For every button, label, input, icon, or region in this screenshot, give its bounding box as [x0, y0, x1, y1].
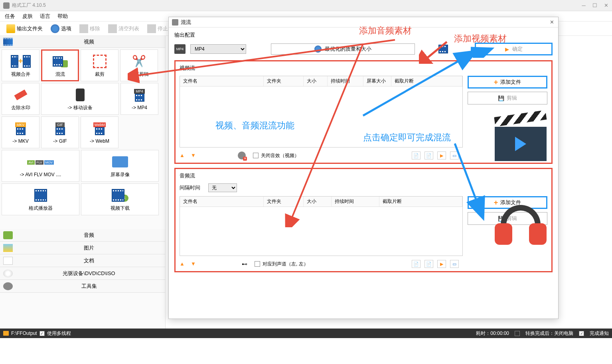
format-select[interactable]: MP4 [190, 44, 246, 54]
btn-info[interactable]: ▭ [450, 152, 459, 159]
gear-icon [51, 24, 59, 33]
item-video-merge[interactable]: + 视频合并 [2, 49, 39, 81]
output-path[interactable]: F:\FFOutput [11, 331, 37, 336]
video-file-table[interactable]: 文件名 文件夹 大小 持续时间 屏幕大小 截取片断 [180, 76, 463, 148]
folder-icon [3, 331, 9, 336]
mux-dialog: 混流 ✕ 输出配置 MP4 MP4 最优化的质量和大小 ▶ 确定 [168, 17, 559, 319]
eraser-icon [14, 89, 27, 100]
item-webm[interactable]: WebM -> WebM [81, 116, 118, 148]
audio-file-table[interactable]: 文件名 文件夹 大小 持续时间 截取片断 [180, 196, 463, 256]
disc-category-icon [3, 270, 13, 277]
category-image[interactable]: 图片 [0, 242, 165, 254]
item-download[interactable]: ↓ 视频下载 [81, 183, 159, 215]
edit-video-button[interactable]: 💾 剪辑 [468, 92, 547, 104]
item-avi-flv-mov[interactable]: AVIFLVMOV -> AVI FLV MOV .... [2, 150, 79, 182]
item-mobile[interactable]: -> 移动设备 [41, 83, 119, 115]
maximize-button[interactable]: ☐ [592, 3, 598, 8]
multithread-checkbox[interactable]: ✓ [39, 331, 45, 336]
item-gif[interactable]: GIF -> GIF [41, 116, 79, 148]
category-document[interactable]: 文档 [0, 254, 165, 267]
stop-icon [147, 24, 156, 33]
dialog-close-button[interactable]: ✕ [549, 19, 555, 25]
stop-button[interactable]: 停止 [144, 23, 171, 35]
category-tools[interactable]: 工具集 [0, 280, 165, 293]
menu-skin[interactable]: 皮肤 [22, 13, 33, 20]
film-icon [34, 189, 47, 202]
category-video[interactable]: 视频 [0, 36, 165, 48]
film-icon [135, 94, 144, 102]
quality-button[interactable]: 最优化的质量和大小 [271, 43, 415, 55]
film-icon [112, 189, 124, 202]
clear-list-button[interactable]: 清空列表 [105, 23, 142, 35]
item-player[interactable]: 格式播放器 [2, 183, 79, 215]
tools-category-icon [3, 282, 13, 290]
mkv-badge-icon: MKV [15, 122, 26, 127]
move-down-button[interactable]: ▼ [191, 261, 197, 267]
film-icon [55, 127, 65, 135]
item-mux[interactable]: 混流 [41, 49, 79, 81]
options-button[interactable]: 选项 [47, 23, 75, 35]
category-audio[interactable]: 音频 [0, 229, 165, 242]
move-up-button[interactable]: ▲ [180, 152, 186, 159]
dialog-titlebar: 混流 ✕ [169, 17, 558, 28]
item-crop[interactable]: 裁剪 [81, 49, 118, 81]
btn-a2[interactable]: 📄 [412, 260, 421, 268]
notify-checkbox[interactable]: ✓ [579, 331, 584, 336]
clapperboard-icon [495, 117, 547, 161]
move-up-button[interactable]: ▲ [180, 261, 186, 267]
interval-select[interactable]: 无 [208, 183, 237, 192]
mp4-badge-icon: MP4 [134, 89, 145, 94]
shutdown-checkbox[interactable] [515, 331, 520, 336]
move-down-button[interactable]: ▼ [191, 152, 197, 159]
item-screen-record[interactable]: 屏幕录像 [81, 150, 159, 182]
play-icon: ▶ [505, 46, 509, 52]
menu-help[interactable]: 帮助 [57, 13, 68, 20]
plus-icon: + [494, 78, 498, 87]
film-icon [95, 127, 105, 135]
minimize-button[interactable]: ─ [581, 3, 586, 8]
btn-b[interactable]: 📄 [424, 152, 433, 159]
channel-checkbox[interactable] [255, 261, 260, 267]
scissors-icon: ✂️ [132, 55, 146, 68]
menu-task[interactable]: 任务 [5, 13, 15, 20]
audio-category-icon [3, 231, 13, 239]
mute-icon: ✕ [238, 152, 246, 159]
audio-stream-section: 音频流 间隔时间 无 文件名 文件夹 大小 持续时间 截取片断 [174, 168, 553, 272]
film-icon [438, 45, 448, 53]
btn-b2[interactable]: 📄 [424, 260, 433, 268]
item-quick-cut[interactable]: ✂️ 快速剪辑 [120, 49, 158, 81]
output-config-label: 输出配置 [174, 31, 553, 39]
mobile-icon [76, 89, 85, 101]
clear-icon [108, 24, 117, 33]
sidebar: 视频 + 视频合并 混流 裁剪 ✂️ 快速剪辑 去除水印 [0, 36, 166, 337]
video-stream-section: 视频流 文件名 文件夹 大小 持续时间 屏幕大小 截取片断 [174, 60, 553, 164]
btn-a[interactable]: 📄 [412, 152, 421, 159]
confirm-button[interactable]: ▶ 确定 [475, 43, 553, 55]
interval-label: 间隔时间 [180, 184, 200, 191]
statusbar: F:\FFOutput ✓ 使用多线程 耗时：00:00:00 转换完成后：关闭… [0, 329, 612, 338]
film-icon [23, 55, 30, 68]
crop-icon [93, 55, 107, 68]
webm-badge-icon: WebM [93, 122, 106, 127]
category-disc[interactable]: 光驱设备\DVD\CD\ISO [0, 267, 165, 280]
menu-language[interactable]: 语言 [40, 13, 50, 20]
film-icon [53, 56, 63, 67]
gif-badge-icon: GIF [55, 122, 65, 127]
app-icon [3, 2, 10, 9]
item-remove-watermark[interactable]: 去除水印 [2, 83, 39, 115]
document-category-icon [3, 257, 13, 265]
mute-checkbox[interactable] [253, 153, 259, 158]
folder-icon [6, 24, 15, 33]
item-mkv[interactable]: MKV -> MKV [2, 116, 39, 148]
btn-play[interactable]: ▶ [437, 152, 446, 159]
remove-icon [79, 24, 88, 33]
btn-play2[interactable]: ▶ [437, 260, 446, 268]
close-button[interactable]: ✕ [603, 3, 609, 8]
output-folder-button[interactable]: 输出文件夹 [3, 23, 46, 35]
add-video-file-button[interactable]: + 添加文件 [468, 76, 547, 89]
remove-button[interactable]: 移除 [76, 23, 103, 35]
screen-icon [112, 156, 128, 167]
titlebar: 格式工厂 4.10.5 ─ ☐ ✕ [0, 0, 612, 11]
btn-info2[interactable]: ▭ [450, 260, 459, 268]
item-mp4[interactable]: MP4 -> MP4 [120, 83, 158, 115]
